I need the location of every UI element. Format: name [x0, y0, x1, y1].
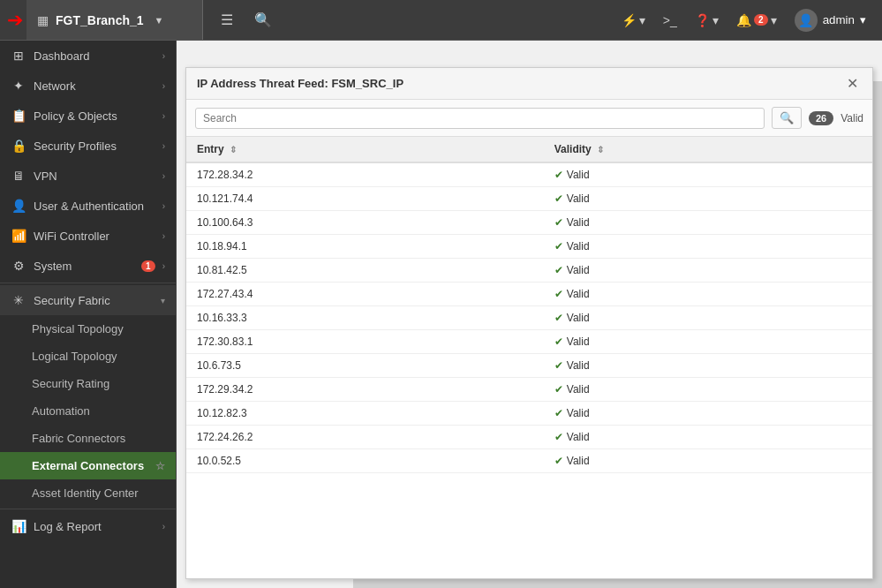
device-dropdown-arrow: ▼: [155, 15, 164, 26]
sidebar-subitem-logical-topology[interactable]: Logical Topology: [0, 343, 176, 370]
search-icon: 🔍: [780, 111, 794, 124]
physical-topology-label: Physical Topology: [32, 322, 165, 335]
sidebar-subitem-external-connectors[interactable]: External Connectors ☆: [0, 452, 176, 479]
wifi-arrow: ›: [162, 231, 165, 241]
vpn-arrow: ›: [162, 171, 165, 181]
sidebar-item-system[interactable]: ⚙ System 1 ›: [0, 251, 176, 281]
table-row[interactable]: 10.81.42.5 ✔Valid: [186, 259, 872, 283]
entry-ip: 10.0.52.5: [186, 449, 544, 473]
content-wrapper: IP Address Threat Feed: FSM_SRC_IP ✕ 🔍 2…: [177, 41, 882, 588]
entry-validity: ✔Valid: [544, 449, 872, 473]
user-menu-button[interactable]: 👤 admin ▾: [788, 4, 873, 36]
col-entry-header[interactable]: Entry ⇕: [186, 137, 544, 162]
threat-panel-header: IP Address Threat Feed: FSM_SRC_IP ✕: [186, 68, 872, 100]
security-rating-label: Security Rating: [32, 377, 165, 390]
table-row[interactable]: 10.12.82.3 ✔Valid: [186, 402, 872, 426]
external-connectors-label: External Connectors: [32, 459, 150, 472]
system-icon: ⚙: [11, 259, 26, 273]
threat-panel-close-button[interactable]: ✕: [843, 75, 862, 92]
sidebar-item-dashboard[interactable]: ⊞ Dashboard ›: [0, 41, 176, 71]
user-auth-arrow: ›: [162, 201, 165, 211]
sidebar-divider-2: [0, 509, 176, 509]
sidebar-item-network[interactable]: ✦ Network ›: [0, 71, 176, 101]
user-avatar: 👤: [795, 9, 818, 32]
entry-ip: 10.81.42.5: [186, 259, 544, 283]
dashboard-arrow: ›: [162, 51, 165, 61]
notifications-button[interactable]: 🔔 2 ▾: [729, 9, 784, 32]
connection-status-button[interactable]: ⚡ ▾: [614, 9, 652, 32]
table-row[interactable]: 10.100.64.3 ✔Valid: [186, 211, 872, 235]
sidebar-item-security-fabric-label: Security Fabric: [34, 294, 154, 307]
entry-ip: 172.30.83.1: [186, 330, 544, 354]
sidebar-item-wifi[interactable]: 📶 WiFi Controller ›: [0, 221, 176, 251]
cli-button[interactable]: >_: [656, 9, 684, 32]
sidebar-item-log-report-label: Log & Report: [34, 520, 155, 533]
sidebar-item-policy-objects[interactable]: 📋 Policy & Objects ›: [0, 101, 176, 131]
sidebar-item-user-auth-label: User & Authentication: [34, 200, 155, 213]
search-button[interactable]: 🔍: [245, 6, 281, 34]
sidebar-subitem-security-rating[interactable]: Security Rating: [0, 370, 176, 397]
device-name: FGT_Branch_1: [56, 13, 144, 27]
sidebar-item-security-profiles[interactable]: 🔒 Security Profiles ›: [0, 131, 176, 161]
threat-search-bar: 🔍 26 Valid: [186, 100, 872, 137]
table-row[interactable]: 10.121.74.4 ✔Valid: [186, 187, 872, 211]
entry-ip: 172.28.34.2: [186, 162, 544, 187]
help-button[interactable]: ❓ ▾: [688, 9, 726, 32]
sidebar-divider-1: [0, 283, 176, 283]
sidebar-item-user-auth[interactable]: 👤 User & Authentication ›: [0, 191, 176, 221]
table-row[interactable]: 172.30.83.1 ✔Valid: [186, 330, 872, 354]
entry-validity: ✔Valid: [544, 283, 872, 306]
table-row[interactable]: 10.0.52.5 ✔Valid: [186, 449, 872, 473]
sidebar-subitem-fabric-connectors[interactable]: Fabric Connectors: [0, 425, 176, 452]
table-row[interactable]: 10.18.94.1 ✔Valid: [186, 235, 872, 259]
table-row[interactable]: 172.28.34.2 ✔Valid: [186, 162, 872, 187]
sidebar-subitem-asset-identity[interactable]: Asset Identity Center: [0, 479, 176, 507]
sidebar-subitem-automation[interactable]: Automation: [0, 397, 176, 425]
entry-validity: ✔Valid: [544, 162, 872, 187]
vpn-icon: 🖥: [11, 169, 26, 183]
threat-search-input[interactable]: [195, 108, 765, 129]
table-row[interactable]: 10.6.73.5 ✔Valid: [186, 354, 872, 378]
col-validity-header[interactable]: Validity ⇕: [544, 137, 872, 162]
entry-validity: ✔Valid: [544, 211, 872, 235]
entry-sort-icon: ⇕: [230, 145, 237, 155]
policy-arrow: ›: [162, 111, 165, 121]
log-report-icon: 📊: [11, 519, 26, 533]
entry-ip: 10.18.94.1: [186, 235, 544, 259]
device-icon: ▦: [37, 13, 49, 27]
asset-identity-label: Asset Identity Center: [32, 486, 165, 500]
device-selector[interactable]: ▦ FGT_Branch_1 ▼: [26, 0, 203, 40]
entry-validity: ✔Valid: [544, 378, 872, 402]
table-row[interactable]: 172.24.26.2 ✔Valid: [186, 426, 872, 449]
sidebar-item-vpn[interactable]: 🖥 VPN ›: [0, 161, 176, 191]
user-dropdown-arrow: ▾: [860, 13, 866, 26]
threat-feed-panel: IP Address Threat Feed: FSM_SRC_IP ✕ 🔍 2…: [185, 67, 873, 579]
bell-icon: 🔔: [736, 13, 751, 27]
sidebar-subitem-physical-topology[interactable]: Physical Topology: [0, 315, 176, 343]
dashboard-icon: ⊞: [11, 49, 26, 63]
table-row[interactable]: 10.16.33.3 ✔Valid: [186, 306, 872, 330]
security-fabric-arrow: ▾: [161, 296, 165, 305]
entry-ip: 172.24.26.2: [186, 426, 544, 449]
help-icon: ❓: [695, 13, 710, 27]
table-row[interactable]: 172.29.34.2 ✔Valid: [186, 378, 872, 402]
security-fabric-icon: ✳: [11, 293, 26, 307]
arrow-indicator: ➔: [7, 9, 23, 32]
entry-validity: ✔Valid: [544, 187, 872, 211]
entry-validity: ✔Valid: [544, 402, 872, 426]
sidebar-item-security-fabric[interactable]: ✳ Security Fabric ▾: [0, 285, 176, 315]
sidebar-item-log-report[interactable]: 📊 Log & Report ›: [0, 511, 176, 541]
entry-ip: 172.27.43.4: [186, 283, 544, 306]
policy-icon: 📋: [11, 109, 26, 123]
topbar-right: ⚡ ▾ >_ ❓ ▾ 🔔 2 ▾ 👤 admin ▾: [614, 4, 882, 36]
sidebar-item-network-label: Network: [34, 79, 155, 93]
hamburger-button[interactable]: ☰: [212, 6, 242, 34]
user-auth-icon: 👤: [11, 199, 26, 213]
topbar-actions: ☰ 🔍: [212, 6, 614, 34]
entry-validity: ✔Valid: [544, 259, 872, 283]
entry-ip: 10.121.74.4: [186, 187, 544, 211]
threat-search-button[interactable]: 🔍: [772, 107, 802, 129]
table-row[interactable]: 172.27.43.4 ✔Valid: [186, 283, 872, 306]
external-connectors-star[interactable]: ☆: [155, 460, 165, 472]
entry-validity: ✔Valid: [544, 354, 872, 378]
